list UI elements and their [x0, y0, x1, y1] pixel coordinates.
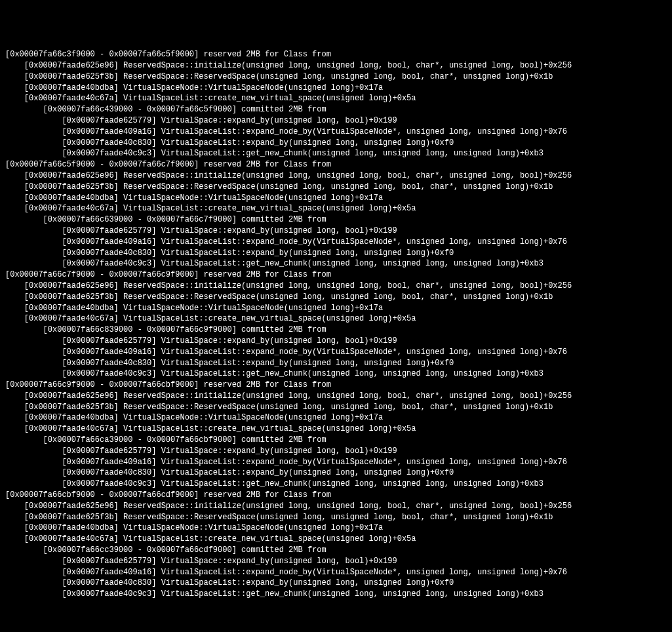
committed-trace-line: [0x00007faade40c830] VirtualSpaceList::e… [5, 358, 667, 369]
committed-header: [0x00007fa66c439000 - 0x00007fa66c5f9000… [5, 104, 667, 115]
reserved-header: [0x00007fa66c3f9000 - 0x00007fa66c5f9000… [5, 49, 667, 60]
committed-trace-line: [0x00007faade409a16] VirtualSpaceList::e… [5, 347, 667, 358]
committed-trace-line: [0x00007faade40c9c3] VirtualSpaceList::g… [5, 258, 667, 269]
reserved-trace-line: [0x00007faade625f3b] ReservedSpace::Rese… [5, 182, 667, 193]
committed-trace-line: [0x00007faade40c9c3] VirtualSpaceList::g… [5, 589, 667, 600]
reserved-trace-line: [0x00007faade625e96] ReservedSpace::init… [5, 391, 667, 402]
committed-header: [0x00007fa66ca39000 - 0x00007fa66cbf9000… [5, 435, 667, 446]
committed-trace-line: [0x00007faade409a16] VirtualSpaceList::e… [5, 237, 667, 248]
memory-log-output: [0x00007fa66c3f9000 - 0x00007fa66c5f9000… [5, 49, 667, 600]
reserved-trace-line: [0x00007faade625f3b] ReservedSpace::Rese… [5, 292, 667, 303]
committed-trace-line: [0x00007faade625779] VirtualSpace::expan… [5, 336, 667, 347]
committed-trace-line: [0x00007faade625779] VirtualSpace::expan… [5, 556, 667, 567]
reserved-trace-line: [0x00007faade40bdba] VirtualSpaceNode::V… [5, 523, 667, 534]
committed-trace-line: [0x00007faade625779] VirtualSpace::expan… [5, 115, 667, 127]
reserved-header: [0x00007fa66cbf9000 - 0x00007fa66cdf9000… [5, 490, 667, 501]
reserved-trace-line: [0x00007faade625e96] ReservedSpace::init… [5, 281, 667, 292]
reserved-trace-line: [0x00007faade625f3b] ReservedSpace::Rese… [5, 402, 667, 413]
reserved-trace-line: [0x00007faade40c67a] VirtualSpaceList::c… [5, 203, 667, 214]
committed-header: [0x00007fa66c839000 - 0x00007fa66c9f9000… [5, 325, 667, 336]
reserved-trace-line: [0x00007faade40c67a] VirtualSpaceList::c… [5, 424, 667, 435]
reserved-trace-line: [0x00007faade40bdba] VirtualSpaceNode::V… [5, 412, 667, 424]
committed-trace-line: [0x00007faade625779] VirtualSpace::expan… [5, 226, 667, 237]
committed-trace-line: [0x00007faade40c830] VirtualSpaceList::e… [5, 248, 667, 259]
committed-trace-line: [0x00007faade409a16] VirtualSpaceList::e… [5, 127, 667, 138]
reserved-header: [0x00007fa66c7f9000 - 0x00007fa66c9f9000… [5, 269, 667, 281]
committed-trace-line: [0x00007faade40c830] VirtualSpaceList::e… [5, 138, 667, 149]
reserved-trace-line: [0x00007faade40bdba] VirtualSpaceNode::V… [5, 83, 667, 94]
reserved-trace-line: [0x00007faade40c67a] VirtualSpaceList::c… [5, 313, 667, 325]
reserved-trace-line: [0x00007faade40c67a] VirtualSpaceList::c… [5, 534, 667, 545]
reserved-trace-line: [0x00007faade40c67a] VirtualSpaceList::c… [5, 93, 667, 104]
committed-trace-line: [0x00007faade625779] VirtualSpace::expan… [5, 446, 667, 457]
reserved-trace-line: [0x00007faade625f3b] ReservedSpace::Rese… [5, 512, 667, 523]
reserved-trace-line: [0x00007faade625e96] ReservedSpace::init… [5, 170, 667, 182]
reserved-trace-line: [0x00007faade625e96] ReservedSpace::init… [5, 60, 667, 71]
committed-header: [0x00007fa66c639000 - 0x00007fa66c7f9000… [5, 214, 667, 226]
reserved-header: [0x00007fa66c5f9000 - 0x00007fa66c7f9000… [5, 159, 667, 170]
reserved-trace-line: [0x00007faade625f3b] ReservedSpace::Rese… [5, 71, 667, 83]
committed-trace-line: [0x00007faade40c9c3] VirtualSpaceList::g… [5, 368, 667, 380]
reserved-trace-line: [0x00007faade625e96] ReservedSpace::init… [5, 501, 667, 512]
committed-trace-line: [0x00007faade40c9c3] VirtualSpaceList::g… [5, 148, 667, 159]
committed-trace-line: [0x00007faade40c830] VirtualSpaceList::e… [5, 467, 667, 479]
committed-trace-line: [0x00007faade409a16] VirtualSpaceList::e… [5, 567, 667, 578]
reserved-trace-line: [0x00007faade40bdba] VirtualSpaceNode::V… [5, 193, 667, 204]
committed-trace-line: [0x00007faade40c9c3] VirtualSpaceList::g… [5, 479, 667, 490]
committed-trace-line: [0x00007faade409a16] VirtualSpaceList::e… [5, 457, 667, 468]
committed-header: [0x00007fa66cc39000 - 0x00007fa66cdf9000… [5, 545, 667, 556]
reserved-trace-line: [0x00007faade40bdba] VirtualSpaceNode::V… [5, 303, 667, 314]
committed-trace-line: [0x00007faade40c830] VirtualSpaceList::e… [5, 578, 667, 589]
reserved-header: [0x00007fa66c9f9000 - 0x00007fa66cbf9000… [5, 380, 667, 391]
